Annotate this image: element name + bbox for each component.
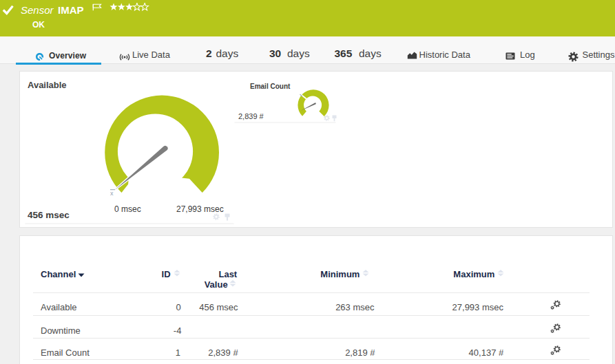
svg-text:x: x <box>110 190 114 197</box>
